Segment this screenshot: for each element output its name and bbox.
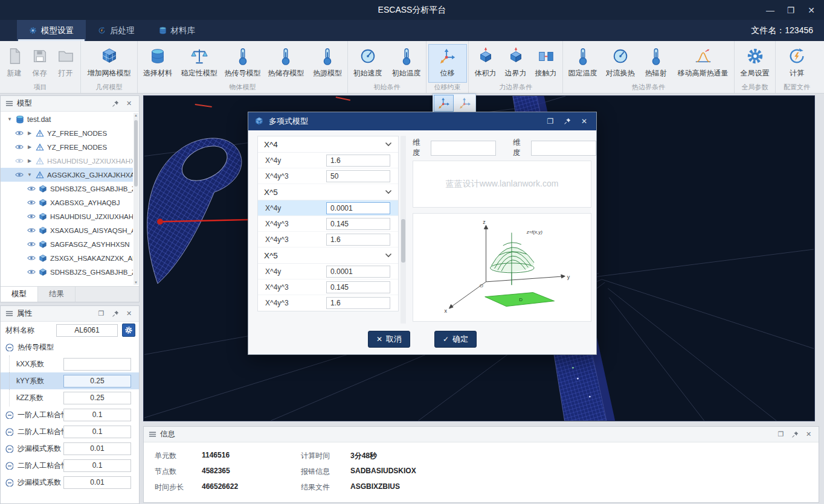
open-button[interactable]: 打开 (53, 44, 79, 83)
save-button[interactable]: 保存 (27, 44, 53, 83)
initial-velocity-button[interactable]: 初始速度 (349, 44, 387, 83)
coefficient-input[interactable] (326, 218, 390, 230)
dialog-scrollbar[interactable] (401, 136, 406, 324)
material-name-input[interactable] (56, 324, 118, 337)
pin-icon[interactable] (790, 429, 800, 439)
expander-icon[interactable]: ▼ (27, 172, 33, 177)
global-settings-button[interactable]: 全局设置 (736, 44, 774, 83)
tree-root[interactable]: ▼ test.dat (1, 112, 133, 126)
eye-icon[interactable] (15, 158, 24, 164)
collapse-icon[interactable] (5, 445, 13, 453)
cancel-button[interactable]: ✕取消 (368, 331, 410, 348)
eye-icon[interactable] (27, 199, 36, 206)
kyy-input[interactable] (63, 375, 131, 388)
second-order-viscosity-input[interactable] (63, 426, 131, 438)
close-icon[interactable]: ✕ (803, 429, 814, 439)
tree-item[interactable]: HSAUHDISU_JZXIUXHAHX (1, 209, 133, 223)
tab-material-library[interactable]: 材料库 (147, 20, 208, 41)
tree-item[interactable]: SAGFASGZ_ASYHHXSN (1, 237, 133, 251)
eye-icon[interactable] (27, 269, 36, 275)
restore-icon[interactable]: ❐ (96, 308, 106, 319)
expander-icon[interactable]: ▶ (27, 144, 33, 150)
compute-button[interactable]: 计算 (777, 44, 816, 83)
section-x4[interactable]: X^4 (258, 136, 398, 153)
tree-scrollbar[interactable]: ▲ ▼ (134, 113, 138, 285)
material-settings-button[interactable] (122, 324, 135, 337)
add-mesh-model-button[interactable]: 增加网格模型 (82, 44, 137, 83)
radiation-button[interactable]: 热辐射 (639, 44, 673, 83)
collapse-icon[interactable] (5, 479, 13, 486)
dialog-title-bar[interactable]: 多项式模型 ❐ ✕ (248, 112, 596, 130)
kyy-row-selected[interactable]: kYY系数 (1, 372, 139, 389)
collapse-icon[interactable] (5, 343, 13, 351)
tab-model-settings[interactable]: 模型设置 (17, 20, 86, 41)
heat-source-model-button[interactable]: 热源模型 (307, 44, 347, 83)
collapse-icon[interactable] (5, 411, 13, 419)
contact-force-button[interactable]: 接触力 (531, 44, 561, 83)
ok-button[interactable]: ✓确定 (434, 331, 477, 348)
expander-icon[interactable]: ▼ (7, 116, 13, 122)
displacement-option-2[interactable] (455, 95, 475, 112)
restore-icon[interactable]: ❐ (776, 429, 786, 439)
collapse-icon[interactable] (5, 462, 13, 470)
hourglass-coefficient-input[interactable] (63, 442, 131, 455)
dialog-pin-icon[interactable] (561, 115, 573, 127)
tree-item[interactable]: SDHSBJZS_GHSABJHB_ZAHU (1, 265, 133, 279)
close-icon[interactable]: ✕ (124, 98, 134, 109)
scroll-up-icon[interactable]: ▲ (134, 113, 138, 118)
coefficient-row-selected[interactable]: X^4y (258, 200, 398, 216)
eye-icon[interactable] (15, 144, 24, 150)
first-order-viscosity-input[interactable] (63, 409, 131, 421)
tab-post-processing[interactable]: 后处理 (86, 20, 147, 41)
tab-results[interactable]: 结果 (38, 287, 76, 302)
coefficient-input[interactable] (326, 202, 390, 214)
eye-icon[interactable] (27, 213, 36, 220)
new-button[interactable]: 新建 (2, 44, 27, 83)
second-order-viscosity-input-2[interactable] (63, 459, 131, 472)
scroll-down-icon[interactable]: ▼ (134, 280, 138, 285)
expander-icon[interactable]: ▶ (27, 158, 33, 164)
eye-icon[interactable] (27, 185, 36, 192)
heat-conduction-model-button[interactable]: 热传导模型 (221, 44, 265, 83)
tree-item-selected[interactable]: ▼AGSGKJKG_GJHXAJKHXA (1, 168, 133, 182)
coefficient-input[interactable] (326, 297, 390, 309)
moving-gauss-flux-button[interactable]: 移动高斯热通量 (673, 44, 733, 83)
pin-icon[interactable] (110, 308, 120, 319)
coefficient-input[interactable] (326, 234, 390, 246)
section-x5-2[interactable]: X^5 (258, 247, 398, 264)
tree-item[interactable]: ▶YZ_FREE_NODES (1, 126, 133, 140)
boundary-force-button[interactable]: 边界力 (501, 44, 531, 83)
tree-item[interactable]: SDHSBJZS_GHSABJHB_ZAHU (1, 182, 133, 196)
displacement-button[interactable]: 位移 (428, 44, 467, 83)
dimension-input-2[interactable] (531, 141, 596, 156)
kxx-input[interactable] (63, 358, 131, 371)
collapse-icon[interactable] (5, 428, 13, 436)
tree-item[interactable]: ZSXGX_HSAKAZNZXK_AHASX (1, 251, 133, 265)
initial-temperature-button[interactable]: 初始温度 (387, 44, 426, 83)
select-material-button[interactable]: 选择材料 (138, 44, 178, 83)
tree-item[interactable]: XAGBSXG_AYHAQBJ (1, 196, 133, 209)
heat-storage-model-button[interactable]: 热储存模型 (264, 44, 307, 83)
coefficient-input[interactable] (326, 266, 390, 278)
eye-icon[interactable] (27, 255, 36, 261)
hourglass-coefficient-input-2[interactable] (63, 476, 131, 489)
close-icon[interactable]: ✕ (124, 308, 134, 319)
pin-icon[interactable] (110, 98, 120, 109)
tree-item[interactable]: ▶YZ_FREE_NODES (1, 140, 133, 154)
convection-button[interactable]: 对流换热 (602, 44, 639, 83)
fixed-temperature-button[interactable]: 固定温度 (564, 44, 602, 83)
coefficient-input[interactable] (326, 155, 390, 167)
minimize-button[interactable]: — (760, 0, 781, 20)
close-button[interactable]: ✕ (801, 0, 822, 20)
dimension-input-1[interactable] (431, 141, 496, 156)
section-x5[interactable]: X^5 (258, 184, 398, 200)
coefficient-input[interactable] (326, 170, 390, 182)
eye-icon[interactable] (15, 171, 24, 178)
coefficient-input[interactable] (326, 281, 390, 293)
dialog-close-icon[interactable]: ✕ (578, 115, 590, 127)
eye-icon[interactable] (27, 241, 36, 247)
tree-item[interactable]: ▶HSAUHDISU_JZXIUXHAHX (1, 154, 133, 168)
eye-icon[interactable] (15, 130, 24, 136)
eye-icon[interactable] (27, 227, 36, 234)
tree-item[interactable]: XSAXGAUS_AISYAQSH_ASHX (1, 223, 133, 237)
